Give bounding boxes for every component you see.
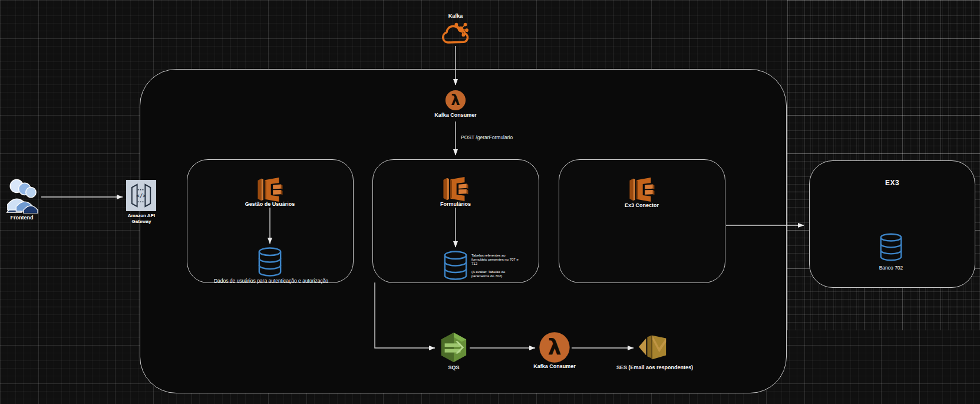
node-sqs[interactable] <box>439 331 468 366</box>
ecs-icon <box>628 176 656 203</box>
svg-text:λ: λ <box>547 334 561 360</box>
db-note-line-1: Tabelas referentes ao formulário present… <box>471 254 520 266</box>
node-kafka-consumer-top[interactable]: λ <box>445 90 466 113</box>
lambda-icon: λ <box>445 90 466 111</box>
node-formularios[interactable] <box>441 176 470 205</box>
gestao-usuarios-label: Gestão de Usuários <box>245 201 295 207</box>
node-ses[interactable] <box>638 331 668 363</box>
kafka-cloud-icon <box>441 21 469 45</box>
db-note-line-2: (A avaliar: Tabelas de parametros do 702… <box>471 270 520 278</box>
api-gateway-icon: </> <box>126 180 156 211</box>
users-icon <box>5 177 39 214</box>
node-kafka-consumer-bottom[interactable]: λ <box>539 331 570 366</box>
banco-702-label: Banco 702 <box>879 265 903 271</box>
kafka-consumer-top-label: Kafka Consumer <box>434 112 477 118</box>
node-api-gateway[interactable]: </> <box>126 180 156 214</box>
diagram-canvas[interactable]: Kafka λ Kafka Consumer POST /gerarFormul… <box>0 0 980 404</box>
kafka-consumer-bottom-label: Kafka Consumer <box>533 363 576 369</box>
ses-icon <box>638 331 668 361</box>
db-formularios-note: Tabelas referentes ao formulário present… <box>471 254 520 278</box>
ex3-conector-label: Ex3 Conector <box>625 202 659 208</box>
database-icon <box>879 232 903 262</box>
edge-formularios-to-sqs <box>375 283 435 348</box>
node-db-formularios[interactable] <box>443 250 468 283</box>
svg-text:</>: </> <box>136 192 146 199</box>
ecs-icon <box>256 176 284 203</box>
post-edge-label: POST /gerarFormulario <box>461 134 513 140</box>
sqs-icon <box>439 331 468 363</box>
node-frontend[interactable] <box>5 177 39 216</box>
database-icon <box>258 247 282 277</box>
node-db-usuarios[interactable] <box>258 247 282 280</box>
ex3-system-title: EX3 <box>885 179 899 187</box>
lambda-icon: λ <box>539 331 570 363</box>
node-ex3-conector[interactable] <box>628 176 656 205</box>
node-kafka[interactable] <box>441 21 469 47</box>
sqs-label: SQS <box>448 364 459 370</box>
formularios-label: Formulários <box>440 201 471 207</box>
ses-label: SES (Email aos respondentes) <box>616 364 693 370</box>
db-usuarios-label: Dados de usuários para autenticação e au… <box>214 278 328 284</box>
api-gateway-label: Amazon API Gateway <box>119 213 164 225</box>
frontend-label: Frontend <box>11 215 34 221</box>
database-icon <box>443 250 468 281</box>
svg-text:λ: λ <box>451 91 460 109</box>
ecs-icon <box>441 176 470 202</box>
node-banco-702[interactable] <box>879 232 903 265</box>
kafka-label: Kafka <box>448 13 463 19</box>
